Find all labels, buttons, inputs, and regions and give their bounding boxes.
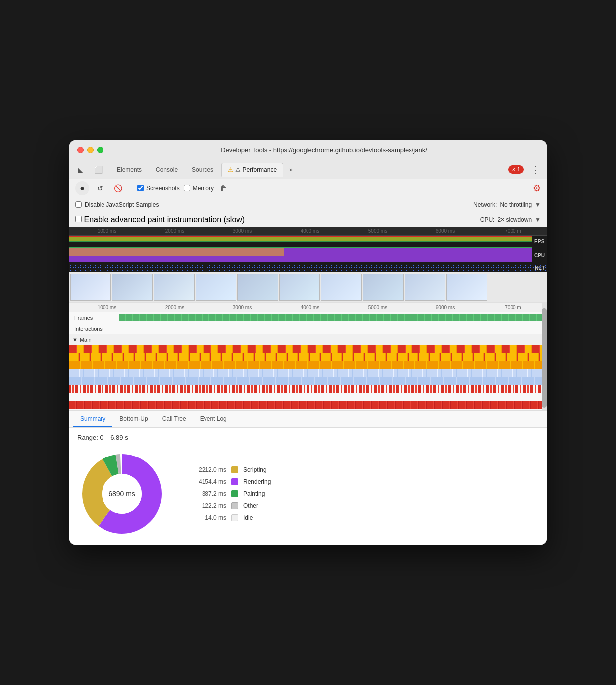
screenshot-thumb-7[interactable] [321, 274, 362, 301]
tab-bottom-up[interactable]: Bottom-Up [112, 411, 155, 427]
main-timeline-area: 1000 ms 2000 ms 3000 ms 4000 ms 5000 ms … [69, 303, 547, 410]
ruler2-tick-5: 5000 ms [344, 305, 411, 310]
frames-track[interactable] [119, 314, 547, 321]
record-button[interactable]: ● [75, 181, 89, 195]
error-badge[interactable]: ✕ 1 [508, 165, 524, 174]
reload-button[interactable]: ↺ [93, 181, 107, 195]
network-select[interactable]: Network: No throttling ▼ [473, 201, 541, 208]
tab-sources[interactable]: Sources [186, 163, 219, 176]
disable-js-samples-label[interactable]: Disable JavaScript Samples [75, 201, 159, 208]
screenshot-thumb-2[interactable] [112, 274, 153, 301]
legend-item-idle: 14.0 ms Idle [187, 514, 271, 521]
tab-event-log[interactable]: Event Log [193, 411, 234, 427]
clear-button[interactable]: 🚫 [111, 181, 125, 195]
screenshot-thumb-6[interactable] [279, 274, 320, 301]
other-name: Other [243, 502, 258, 509]
toolbar-right: ⚙ [533, 183, 541, 194]
tab-bar-right: ✕ 1 ⋮ [508, 164, 543, 175]
idle-value: 14.0 ms [187, 514, 226, 521]
flame-row-2 [69, 353, 547, 361]
enable-paint-checkbox[interactable] [75, 216, 82, 222]
summary-content: Range: 0 – 6.89 s 6890 ms [69, 428, 547, 545]
legend: 2212.0 ms Scripting 4154.4 ms Rendering … [187, 466, 271, 521]
tab-call-tree[interactable]: Call Tree [155, 411, 193, 427]
scrollbar-thumb[interactable] [542, 308, 547, 408]
tab-console[interactable]: Console [150, 163, 184, 176]
enable-paint-text: Enable advanced paint instrumentation (s… [84, 215, 245, 224]
rendering-swatch [231, 478, 238, 485]
scripting-value: 2212.0 ms [187, 466, 226, 473]
cpu-track[interactable]: CPU [69, 247, 547, 264]
ruler2-tick-4: 4000 ms [276, 305, 344, 310]
tab-performance[interactable]: ⚠ ⚠ Performance [221, 163, 283, 177]
rendering-name: Rendering [243, 478, 271, 485]
enable-paint-label[interactable]: Enable advanced paint instrumentation (s… [75, 215, 245, 224]
legend-item-scripting: 2212.0 ms Scripting [187, 466, 271, 473]
other-value: 122.2 ms [187, 502, 226, 509]
screenshot-thumb-8[interactable] [363, 274, 404, 301]
tab-elements[interactable]: Elements [111, 163, 148, 176]
screenshots-checkbox[interactable]: Screenshots [137, 185, 180, 192]
screenshot-thumb-3[interactable] [154, 274, 195, 301]
ruler-tick-2: 2000 ms [141, 228, 208, 234]
flame-chart[interactable] [69, 345, 547, 410]
disable-js-samples-checkbox[interactable] [75, 201, 82, 208]
network-dropdown-icon[interactable]: ▼ [535, 201, 541, 208]
cursor-icon[interactable]: ⬕ [73, 163, 87, 177]
minimize-button[interactable] [87, 147, 94, 153]
trash-button[interactable]: 🗑 [220, 184, 227, 192]
screenshot-thumb-1[interactable] [70, 274, 111, 301]
scripting-swatch [231, 466, 238, 473]
ruler2-tick-2: 2000 ms [141, 305, 208, 310]
ruler-tick-7: 7000 m [479, 228, 547, 234]
flame-row-4 [69, 369, 547, 377]
screenshot-thumb-10[interactable] [446, 274, 487, 301]
ruler2-tick-7: 7000 m [479, 305, 547, 310]
tab-summary[interactable]: Summary [73, 411, 112, 427]
warning-icon: ⚠ [228, 166, 233, 173]
maximize-button[interactable] [97, 147, 103, 153]
timeline-overview: 1000 ms 2000 ms 3000 ms 4000 ms 5000 ms … [69, 227, 547, 303]
screenshots-strip[interactable] [69, 272, 547, 303]
settings-gear-icon[interactable]: ⚙ [533, 183, 541, 194]
cpu-yellow-bar [69, 248, 284, 256]
tab-more[interactable]: » [285, 166, 297, 173]
screenshot-thumb-9[interactable] [405, 274, 445, 301]
flame-row-3 [69, 361, 547, 369]
collapse-icon[interactable]: ▼ [72, 337, 78, 342]
screenshots-label: Screenshots [146, 185, 180, 192]
screenshot-thumb-5[interactable] [237, 274, 278, 301]
bottom-tabs: Summary Bottom-Up Call Tree Event Log [69, 411, 547, 428]
ruler-tick-6: 6000 ms [411, 228, 479, 234]
scrollbar-track [542, 303, 547, 410]
chart-area: 6890 ms 2212.0 ms Scripting 4154.4 ms Re… [77, 449, 539, 539]
memory-checkbox[interactable]: Memory [184, 185, 214, 192]
cpu-value: 2× slowdown [497, 216, 532, 223]
toolbar: ● ↺ 🚫 Screenshots Memory 🗑 ⚙ [69, 179, 547, 197]
screenshot-thumb-4[interactable] [196, 274, 236, 301]
net-track[interactable]: NET [69, 264, 547, 272]
ruler2-tick-6: 6000 ms [411, 305, 479, 310]
ruler2-tick-3: 3000 ms [208, 305, 276, 310]
tab-bar: ⬕ ⬜ Elements Console Sources ⚠ ⚠ Perform… [69, 160, 547, 179]
memory-checkbox-input[interactable] [184, 185, 190, 191]
tab-performance-label: ⚠ Performance [235, 166, 277, 173]
ruler-tick-1: 1000 ms [73, 228, 141, 234]
dock-icon[interactable]: ⬜ [91, 163, 105, 177]
fps-track[interactable]: FPS [69, 236, 547, 247]
interactions-track[interactable] [119, 325, 547, 332]
more-menu-button[interactable]: ⋮ [528, 164, 543, 175]
flame-row-6 [69, 385, 547, 393]
traffic-lights [77, 147, 103, 153]
cpu-select[interactable]: CPU: 2× slowdown ▼ [480, 216, 541, 223]
close-button[interactable] [77, 147, 84, 153]
title-bar: Developer Tools - https://googlechrome.g… [69, 140, 547, 160]
net-dots [69, 264, 547, 272]
ruler2-tick-1: 1000 ms [73, 305, 141, 310]
screenshots-checkbox-input[interactable] [137, 185, 144, 191]
disable-js-samples-text: Disable JavaScript Samples [85, 201, 159, 208]
painting-value: 387.2 ms [187, 490, 226, 497]
cpu-dropdown-icon[interactable]: ▼ [535, 216, 541, 223]
devtools-window: Developer Tools - https://googlechrome.g… [69, 140, 547, 545]
painting-swatch [231, 490, 238, 497]
